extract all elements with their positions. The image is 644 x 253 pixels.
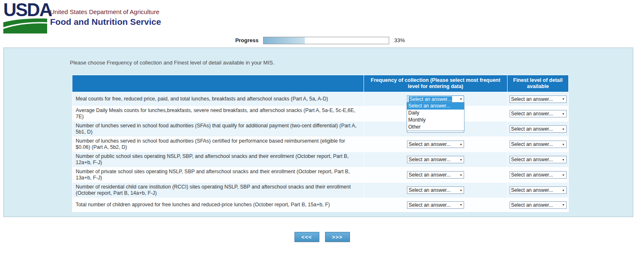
table-row: Number of lunches served in school food … <box>72 137 569 152</box>
header-detail: Finest level of detail available <box>508 75 569 92</box>
next-button[interactable]: >>> <box>325 232 350 242</box>
table-row: Number of lunches served in school food … <box>72 122 569 137</box>
chevron-down-icon: ▼ <box>458 98 464 100</box>
row-label: Average Daily Meals counts for lunches,b… <box>72 106 364 122</box>
chevron-down-icon: ▼ <box>458 143 464 146</box>
survey-panel: Please choose Frequency of collection an… <box>3 48 633 217</box>
select-value: Select an answer... <box>511 96 553 102</box>
dropdown-option-select-an-answer[interactable]: Select an answer... <box>407 103 464 110</box>
chevron-down-icon: ▼ <box>561 112 566 115</box>
header-frequency: Frequency of collection (Please select m… <box>364 75 508 92</box>
row-label: Number of residential child care institu… <box>72 183 364 198</box>
detail-select-row-8[interactable]: Select an answer... ▼ <box>510 201 567 209</box>
progress-label: Progress <box>207 37 259 43</box>
chevron-down-icon: ▼ <box>561 203 566 206</box>
back-button[interactable]: <<< <box>294 232 319 242</box>
select-value: Select an answer... <box>409 202 450 208</box>
table-row: Meal counts for free, reduced price, pai… <box>72 92 569 106</box>
select-value: Select an answer... <box>511 157 553 162</box>
frequency-select-row-1[interactable]: Select an answer... ▼ <box>407 95 464 103</box>
department-name: United States Department of Agriculture <box>50 8 159 15</box>
agency-name: Food and Nutrition Service <box>50 17 161 27</box>
table-row: Number of private school sites operating… <box>72 167 569 183</box>
frequency-dropdown-list: Select an answer... Daily Monthly Other <box>407 102 464 131</box>
usda-logo: USDA <box>3 0 50 35</box>
usda-logo-swoosh-icon <box>3 18 47 33</box>
frequency-select-row-8[interactable]: Select an answer... ▼ <box>407 201 464 209</box>
row-label: Number of private school sites operating… <box>72 167 364 183</box>
chevron-down-icon: ▼ <box>458 203 464 206</box>
detail-select-row-5[interactable]: Select an answer... ▼ <box>510 156 567 163</box>
select-value: Select an answer... <box>511 126 553 132</box>
instruction-text: Please choose Frequency of collection an… <box>70 60 274 66</box>
frequency-select-row-5[interactable]: Select an answer... ▼ <box>407 156 464 163</box>
chevron-down-icon: ▼ <box>561 174 566 177</box>
select-value: Select an answer... <box>409 96 452 102</box>
table-row: Average Daily Meals counts for lunches,b… <box>72 106 569 122</box>
usda-logo-text: USDA <box>3 0 50 20</box>
detail-select-row-6[interactable]: Select an answer... ▼ <box>510 171 567 179</box>
row-label: Meal counts for free, reduced price, pai… <box>72 92 364 106</box>
detail-select-row-3[interactable]: Select an answer... ▼ <box>510 125 567 133</box>
detail-select-row-4[interactable]: Select an answer... ▼ <box>510 141 567 148</box>
chevron-down-icon: ▼ <box>561 128 566 131</box>
select-value: Select an answer... <box>511 187 553 193</box>
row-label: Number of public school sites operating … <box>72 152 364 167</box>
header-spacer <box>72 75 364 92</box>
chevron-down-icon: ▼ <box>458 174 464 177</box>
survey-table: Frequency of collection (Please select m… <box>72 75 569 212</box>
select-value: Select an answer... <box>511 141 553 147</box>
select-value: Select an answer... <box>511 172 553 178</box>
table-row: Number of public school sites operating … <box>72 152 569 167</box>
detail-select-row-2[interactable]: Select an answer... ▼ <box>510 110 567 117</box>
select-value: Select an answer... <box>409 141 450 147</box>
chevron-down-icon: ▼ <box>561 158 566 161</box>
select-value: Select an answer... <box>409 157 450 162</box>
chevron-down-icon: ▼ <box>458 189 464 192</box>
frequency-select-row-7[interactable]: Select an answer... ▼ <box>407 186 464 194</box>
chevron-down-icon: ▼ <box>561 189 566 192</box>
chevron-down-icon: ▼ <box>561 143 566 146</box>
progress-bar <box>263 37 389 44</box>
table-header-row: Frequency of collection (Please select m… <box>72 75 569 92</box>
progress-percent: 33% <box>394 37 405 43</box>
select-value: Select an answer... <box>409 172 450 178</box>
table-row: Number of residential child care institu… <box>72 183 569 198</box>
row-label: Total number of children approved for fr… <box>72 198 364 212</box>
detail-select-row-1[interactable]: Select an answer... ▼ <box>510 95 567 103</box>
frequency-select-row-4[interactable]: Select an answer... ▼ <box>407 141 464 148</box>
page: USDA United States Department of Agricul… <box>0 0 644 253</box>
progress-fill <box>263 37 305 44</box>
dropdown-option-daily[interactable]: Daily <box>407 110 464 117</box>
select-value: Select an answer... <box>511 202 553 208</box>
chevron-down-icon: ▼ <box>561 98 566 100</box>
row-label: Number of lunches served in school food … <box>72 122 364 137</box>
table-row: Total number of children approved for fr… <box>72 198 569 212</box>
select-value: Select an answer... <box>511 111 553 117</box>
dropdown-option-monthly[interactable]: Monthly <box>407 117 464 124</box>
select-value: Select an answer... <box>409 187 450 193</box>
dropdown-option-other[interactable]: Other <box>407 124 464 131</box>
chevron-down-icon: ▼ <box>458 158 464 161</box>
frequency-select-row-6[interactable]: Select an answer... ▼ <box>407 171 464 179</box>
row-label: Number of lunches served in school food … <box>72 137 364 152</box>
detail-select-row-7[interactable]: Select an answer... ▼ <box>510 186 567 194</box>
nav-buttons: <<< >>> <box>0 232 644 242</box>
